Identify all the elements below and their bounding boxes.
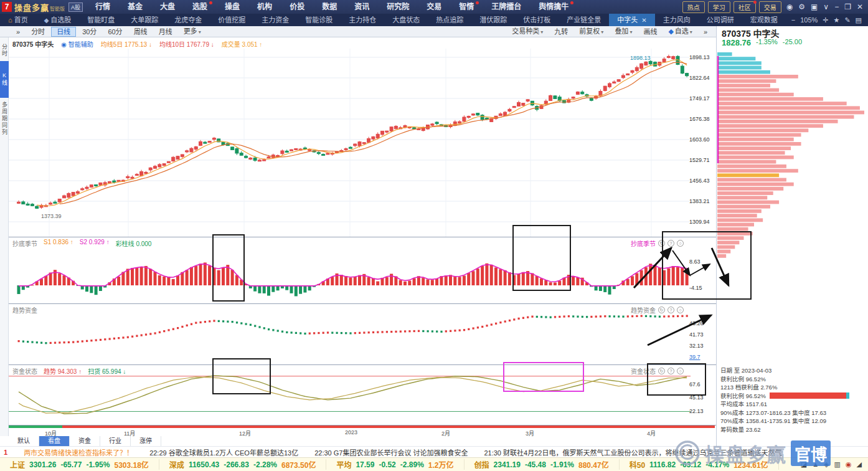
index-1[interactable]: 深成11650.43-266.83-2.28%6873.50亿	[159, 459, 327, 470]
help-icon[interactable]: ?	[668, 240, 674, 247]
index-3[interactable]: 创指2341.19-45.48-1.91%880.47亿	[465, 459, 620, 470]
candlestick-panel[interactable]: 870375 中字头 ◉ 智能辅助 均线5日 1775.13 ↓ 均线10日 1…	[9, 37, 716, 237]
menu-item-7[interactable]: 数据	[313, 0, 346, 14]
period-5[interactable]: 月线	[154, 27, 177, 37]
chevron-down-icon[interactable]: ∨	[823, 0, 829, 14]
favorite-icon[interactable]: ★	[834, 16, 840, 24]
nav-item-13[interactable]: 产业链全景	[559, 14, 609, 26]
tool-3[interactable]: 叠加▾	[610, 26, 637, 37]
nav-item-7[interactable]: 智能诊股	[297, 14, 341, 26]
nav-tab-active[interactable]: 中字头✕	[609, 14, 654, 27]
nav-item-0[interactable]: ⌂首页	[0, 14, 36, 26]
ticker-item[interactable]: 22:29 谷歌全球裁员1.2万人 CEO年薪总额达13亿	[149, 447, 298, 457]
menu-item-8[interactable]: 资讯	[346, 0, 378, 14]
nav-item-after-0[interactable]: 主力风向	[655, 14, 699, 26]
smart-assist-badge[interactable]: ◉ 智能辅助	[61, 39, 93, 49]
refresh-icon[interactable]: ↻	[658, 368, 665, 374]
resize-icon[interactable]: ◢	[857, 460, 862, 469]
help-icon[interactable]: ?	[668, 307, 674, 313]
bottom-tab-0[interactable]: 默认	[9, 436, 39, 446]
zoom-out-button[interactable]: −	[791, 16, 795, 24]
index-2[interactable]: 平均17.59-0.52-2.89%1.2万亿	[326, 459, 464, 470]
tool-4[interactable]: 画线	[638, 27, 662, 37]
zoom-in-button[interactable]: ✛	[823, 16, 828, 24]
sidebar-item-1[interactable]: K线	[0, 61, 9, 98]
more-tools-button[interactable]: »	[699, 27, 712, 37]
ticker-item[interactable]: 21:30 财联社4月22日电，俄罗斯天然气工业股份公司表示，将继续通过乌克兰三…	[484, 447, 781, 457]
top-button-3[interactable]: 交易	[759, 1, 781, 13]
tool-0[interactable]: 交易种类▾	[507, 26, 548, 37]
settings-icon[interactable]: ○	[677, 368, 684, 374]
menu-item-1[interactable]: 基金	[119, 0, 151, 14]
nav-item-11[interactable]: 潜伏跟踪	[471, 14, 515, 26]
menu-item-5[interactable]: 机构	[248, 0, 281, 14]
nav-item-9[interactable]: 大盘状态	[384, 14, 428, 26]
period-0[interactable]: 分时	[26, 27, 50, 37]
menu-item-2[interactable]: 大盘	[151, 0, 184, 14]
watchlist-button[interactable]: ◆自选▾	[663, 26, 697, 37]
menu-item-3[interactable]: 选股	[184, 0, 216, 14]
user-icon[interactable]: ◉	[786, 0, 793, 14]
nav-item-12[interactable]: 伏击打板	[515, 14, 559, 26]
nav-item-3[interactable]: 大单跟踪	[123, 14, 166, 26]
bottom-tab-2[interactable]: 资金	[70, 436, 100, 446]
period-2[interactable]: 30分	[77, 27, 101, 37]
top-button-2[interactable]: 社区	[734, 1, 756, 13]
chart-icon[interactable]: ◪	[801, 460, 807, 469]
nav-item-5[interactable]: 价值挖掘	[210, 14, 253, 26]
menu-item-9[interactable]: 研究院	[378, 0, 418, 14]
refresh-icon[interactable]: ↻	[658, 240, 665, 247]
nav-item-after-2[interactable]: 宏观数据	[742, 14, 786, 26]
bottom-tab-4[interactable]: 涨停	[131, 436, 161, 446]
index-0[interactable]: 上证3301.26-65.77-1.95%5303.18亿	[0, 459, 159, 470]
period-1[interactable]: 日线	[51, 27, 76, 37]
alert-icon[interactable]: ▲	[812, 460, 819, 469]
period-6[interactable]: 更多▾	[179, 26, 206, 37]
gear-icon[interactable]: ⚙	[798, 0, 805, 14]
ticker-item[interactable]: 22:30 G7集团农业部长举行会议 讨论加强粮食安全	[314, 447, 468, 457]
nav-item-1[interactable]: ◆自选股	[36, 14, 80, 27]
menu-item-6[interactable]: 价投	[281, 0, 313, 14]
menu-item-4[interactable]: 操盘	[216, 0, 248, 14]
settings-icon[interactable]: ○	[677, 240, 684, 247]
menu-item-12[interactable]: 王牌擂台	[483, 0, 530, 14]
refresh-icon[interactable]: ↻	[658, 307, 665, 313]
minimize-button[interactable]: −	[834, 0, 839, 14]
indicator-panel-fundstate[interactable]: 资金状态 趋势 94.303 ↑ 扫货 65.994 ↓ 资金状态 ↻ ? ○ …	[9, 364, 716, 425]
indicator-panel-fundtrend[interactable]: 趋势资金 趋势资金 ↻ ? ○ 43.26 41.73 32.13 39.7	[9, 303, 716, 364]
indicator-panel-season[interactable]: 抄底季节 S1 0.836 ↑ S2 0.929 ↑ 彩柱线 0.000 抄底季…	[9, 237, 716, 303]
tool-2[interactable]: 前复权▾	[574, 26, 608, 37]
record-icon[interactable]: ◉	[846, 460, 852, 469]
close-tab-icon[interactable]: ✕	[641, 17, 646, 24]
restore-button[interactable]: ❐	[844, 0, 851, 14]
sidebar-item-2[interactable]: 多周期同列	[0, 98, 9, 140]
menu-item-10[interactable]: 交易	[418, 0, 450, 14]
top-button-0[interactable]: 热点	[682, 1, 705, 13]
expand-toolbar-button[interactable]: »	[11, 27, 25, 37]
fundtrend-marker[interactable]: 39.7	[689, 354, 701, 360]
help-icon[interactable]: ?	[668, 368, 674, 374]
nav-item-8[interactable]: 主力持仓	[341, 14, 384, 26]
close-button[interactable]: ✕	[857, 0, 863, 14]
bottom-tab-1[interactable]: 看盘	[39, 436, 70, 446]
period-4[interactable]: 周线	[129, 27, 153, 37]
top-button-1[interactable]: 学习	[708, 1, 730, 13]
grid-icon[interactable]: ▥	[834, 460, 841, 469]
ticker-headline[interactable]: 两市交易情绪快速检查指标来了？！	[24, 447, 133, 457]
tool-1[interactable]: 九转	[549, 27, 573, 37]
edit-icon[interactable]: ✎	[844, 16, 850, 24]
nav-item-2[interactable]: 智能盯盘	[79, 14, 123, 26]
period-3[interactable]: 60分	[103, 27, 127, 37]
settings-icon[interactable]: ○	[677, 307, 684, 313]
diamond-icon[interactable]: ◈	[824, 460, 829, 469]
index-4[interactable]: 科501116.82-63.12-4.17%1234.61亿	[620, 459, 779, 470]
menu-item-11[interactable]: 智情	[450, 0, 483, 14]
nav-item-10[interactable]: 热点追踪	[428, 14, 471, 26]
sidebar-item-0[interactable]: 分时	[0, 40, 9, 61]
bottom-tab-3[interactable]: 行业	[100, 436, 131, 446]
nav-item-4[interactable]: 龙虎夺金	[166, 14, 210, 26]
news-ticker[interactable]: 1 两市交易情绪快速检查指标来了？！ 22:29 谷歌全球裁员1.2万人 CEO…	[0, 446, 868, 457]
menu-item-13[interactable]: 舆情擒牛	[530, 0, 577, 14]
list-icon[interactable]: ▤	[856, 16, 862, 24]
nav-item-6[interactable]: 主力资金	[253, 14, 297, 26]
